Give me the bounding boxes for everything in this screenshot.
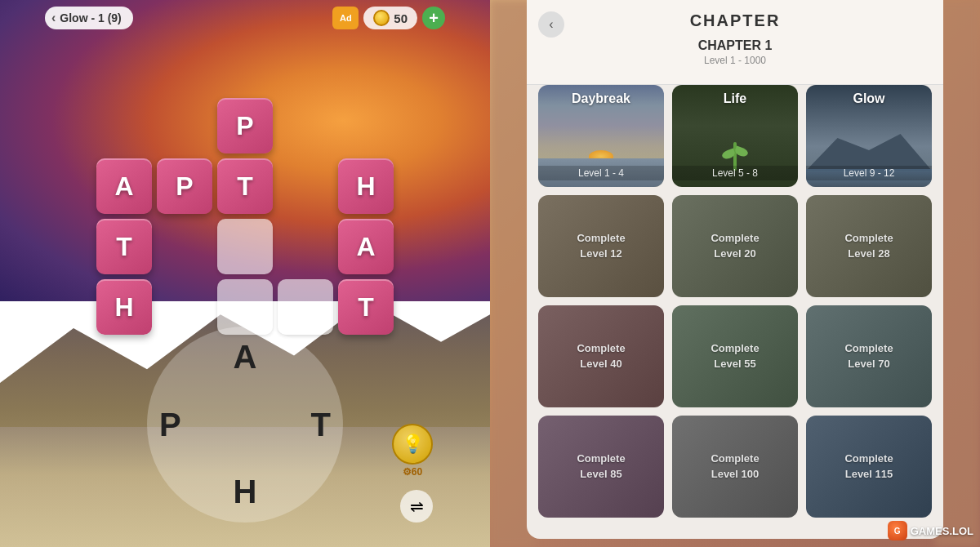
- ad-icon[interactable]: Ad: [332, 7, 359, 29]
- wheel-letter-left: P: [159, 407, 181, 443]
- shuffle-button[interactable]: ⇌: [400, 490, 433, 523]
- tile-0-0: [96, 98, 152, 153]
- daybreak-level: Level 1 - 4: [538, 166, 664, 180]
- tile-a-right[interactable]: A: [338, 219, 394, 274]
- card-locked-100[interactable]: CompleteLevel 100: [672, 416, 798, 518]
- card-locked-28[interactable]: CompleteLevel 28: [806, 195, 932, 297]
- locked-text-100: CompleteLevel 100: [710, 451, 759, 481]
- tiles-grid: P A P T H T A H T: [96, 98, 394, 335]
- card-glow[interactable]: Glow Level 9 - 12: [806, 85, 932, 187]
- tile-2-1: [157, 219, 212, 274]
- watermark-text: GAMES.LOL: [911, 525, 973, 537]
- wheel-letter-top: A: [234, 339, 257, 376]
- daybreak-label: Daybreak: [538, 91, 664, 106]
- locked-text-12: CompleteLevel 12: [577, 231, 625, 260]
- cards-grid: Daybreak Level 1 - 4 Life Level 5 - 8: [538, 85, 932, 518]
- glow-mountain: [806, 130, 932, 171]
- card-locked-20[interactable]: CompleteLevel 20: [672, 195, 798, 297]
- tile-t-mid[interactable]: T: [96, 219, 152, 274]
- wheel-letter-bottom: H: [234, 474, 257, 510]
- tile-empty-3: [278, 279, 333, 335]
- locked-text-20: CompleteLevel 20: [710, 231, 759, 260]
- life-label: Life: [672, 91, 798, 106]
- tile-empty-1: [217, 219, 273, 274]
- modal-title: CHAPTER: [540, 11, 930, 30]
- card-locked-55[interactable]: CompleteLevel 55: [672, 305, 798, 407]
- hint-count: ⚙60: [403, 466, 422, 478]
- tile-p-top[interactable]: P: [217, 98, 273, 153]
- locked-text-115: CompleteLevel 115: [844, 451, 893, 481]
- chapter-panel: ‹ CHAPTER CHAPTER 1 Level 1 - 1000 Daybr…: [490, 0, 980, 547]
- cards-container: Daybreak Level 1 - 4 Life Level 5 - 8: [527, 85, 943, 534]
- locked-text-28: CompleteLevel 28: [844, 231, 893, 260]
- chapter-modal: ‹ CHAPTER CHAPTER 1 Level 1 - 1000 Daybr…: [527, 0, 943, 539]
- back-button[interactable]: ‹ Glow - 1 (9): [45, 7, 133, 29]
- game-panel: ‹ Glow - 1 (9) Ad 50 + P A P T H T A: [0, 0, 490, 547]
- card-daybreak[interactable]: Daybreak Level 1 - 4: [538, 85, 664, 187]
- wheel-letter-right: T: [311, 407, 331, 443]
- chapter-section-subtitle: Level 1 - 1000: [540, 55, 930, 66]
- card-locked-12[interactable]: CompleteLevel 12: [538, 195, 664, 297]
- locked-text-55: CompleteLevel 55: [710, 341, 759, 371]
- locked-text-70: CompleteLevel 70: [844, 341, 893, 371]
- tile-3-1: [157, 279, 212, 335]
- coin-display: 50: [363, 7, 417, 29]
- modal-back-button[interactable]: ‹: [538, 11, 564, 38]
- games-lol-icon: G: [888, 521, 907, 540]
- tile-p-mid[interactable]: P: [157, 158, 212, 214]
- chapter-section-title: CHAPTER 1: [540, 38, 930, 53]
- back-arrow-icon: ‹: [51, 11, 56, 25]
- locked-text-40: CompleteLevel 40: [577, 341, 625, 371]
- glow-level: Level 9 - 12: [806, 166, 932, 180]
- card-locked-115[interactable]: CompleteLevel 115: [806, 416, 932, 518]
- hint-icon: 💡: [392, 424, 433, 465]
- coin-count: 50: [394, 11, 408, 25]
- tile-a[interactable]: A: [96, 158, 152, 214]
- level-title: Glow - 1 (9): [60, 11, 121, 24]
- tile-h-bot[interactable]: H: [96, 279, 152, 335]
- tile-t-top[interactable]: T: [217, 158, 273, 214]
- life-level: Level 5 - 8: [672, 166, 798, 180]
- glow-label: Glow: [806, 91, 932, 106]
- letter-wheel[interactable]: A P T H: [147, 327, 343, 523]
- card-life[interactable]: Life Level 5 - 8: [672, 85, 798, 187]
- card-locked-70[interactable]: CompleteLevel 70: [806, 305, 932, 407]
- top-bar: ‹ Glow - 1 (9) Ad 50 +: [45, 7, 445, 29]
- coins-area: Ad 50 +: [332, 7, 445, 29]
- tile-t-bot[interactable]: T: [338, 279, 394, 335]
- card-locked-40[interactable]: CompleteLevel 40: [538, 305, 664, 407]
- locked-text-85: CompleteLevel 85: [577, 451, 625, 481]
- modal-header: ‹ CHAPTER CHAPTER 1 Level 1 - 1000: [527, 0, 943, 85]
- tile-1-3: [278, 158, 333, 214]
- coin-icon: [373, 10, 390, 26]
- tile-0-3: [278, 98, 333, 153]
- tile-0-4: [338, 98, 394, 153]
- tile-h-top[interactable]: H: [338, 158, 394, 214]
- tile-2-3: [278, 219, 333, 274]
- hint-button[interactable]: 💡 ⚙60: [392, 424, 433, 478]
- card-locked-85[interactable]: CompleteLevel 85: [538, 416, 664, 518]
- watermark: G GAMES.LOL: [888, 521, 973, 540]
- tile-0-1: [157, 98, 212, 153]
- add-coins-button[interactable]: +: [422, 7, 445, 29]
